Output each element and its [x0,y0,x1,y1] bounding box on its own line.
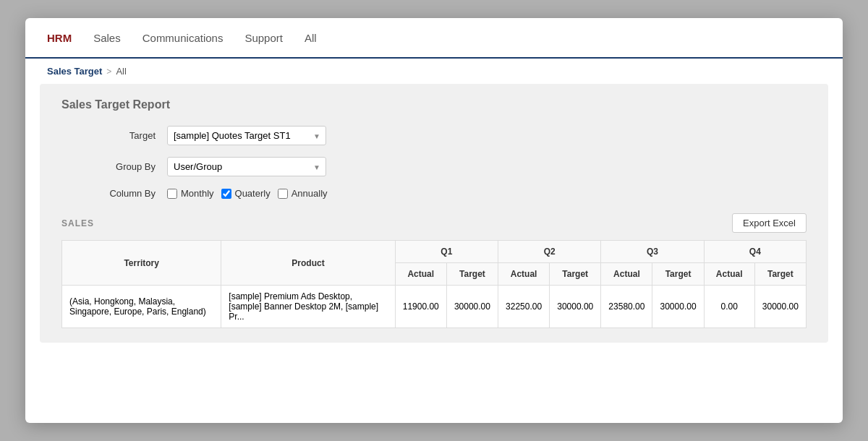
q3-target-cell: 30000.00 [652,286,704,328]
sales-header: SALES Export Excel [61,213,807,233]
q1-actual-header: Actual [395,263,446,286]
col-territory-header: Territory [62,241,221,286]
q4-actual-cell: 0.00 [704,286,754,328]
target-select-wrapper: [sample] Quotes Target ST1 ▼ [167,126,326,145]
sales-table: Territory Product Q1 Q2 Q3 Q4 Actual Tar… [61,240,807,328]
q4-target-header: Target [754,263,806,286]
q2-target-cell: 30000.00 [550,286,601,328]
breadcrumb-current: All [116,66,126,77]
breadcrumb-separator: > [106,67,111,77]
col-q1-header: Q1 [395,241,498,263]
annually-checkbox-label[interactable]: Annually [278,188,328,199]
nav-support[interactable]: Support [244,29,283,47]
q1-actual-cell: 11900.00 [395,286,446,328]
q3-target-header: Target [652,263,704,286]
col-q3-header: Q3 [601,241,704,263]
nav-hrm[interactable]: HRM [47,29,72,47]
quaterly-checkbox[interactable] [221,189,231,199]
column-by-field-group: Column By Monthly Quaterly Annually [61,188,807,199]
group-by-field-group: Group By User/Group ▼ [61,157,807,176]
main-content: Sales Target Report Target [sample] Quot… [40,84,828,343]
breadcrumb-link[interactable]: Sales Target [47,66,102,77]
nav-sales[interactable]: Sales [93,29,121,47]
table-row: (Asia, Hongkong, Malaysia, Singapore, Eu… [62,286,807,328]
nav-communications[interactable]: Communications [142,29,224,47]
nav-all[interactable]: All [305,29,317,47]
territory-cell: (Asia, Hongkong, Malaysia, Singapore, Eu… [62,286,221,328]
group-by-label: Group By [61,161,156,172]
target-select[interactable]: [sample] Quotes Target ST1 [167,126,326,145]
sales-section-label: SALES [61,218,94,228]
q2-target-header: Target [550,263,601,286]
annually-label: Annually [292,188,328,199]
column-by-checkboxes: Monthly Quaterly Annually [167,188,328,199]
q3-actual-cell: 23580.00 [601,286,652,328]
quaterly-label: Quaterly [235,188,271,199]
col-product-header: Product [221,241,395,286]
group-by-select[interactable]: User/Group [167,157,326,176]
target-field-group: Target [sample] Quotes Target ST1 ▼ [61,126,807,145]
monthly-label: Monthly [181,188,214,199]
product-cell: [sample] Premium Ads Desktop, [sample] B… [221,286,395,328]
table-header-row-1: Territory Product Q1 Q2 Q3 Q4 [62,241,807,263]
export-excel-button[interactable]: Export Excel [732,213,807,233]
annually-checkbox[interactable] [278,189,288,199]
q2-actual-header: Actual [498,263,550,286]
report-title: Sales Target Report [61,98,807,111]
breadcrumb: Sales Target > All [25,59,843,84]
q1-target-cell: 30000.00 [446,286,498,328]
monthly-checkbox-label[interactable]: Monthly [167,188,214,199]
q4-target-cell: 30000.00 [754,286,806,328]
monthly-checkbox[interactable] [167,189,177,199]
q1-target-header: Target [446,263,498,286]
q4-actual-header: Actual [704,263,754,286]
q2-actual-cell: 32250.00 [498,286,550,328]
quaterly-checkbox-label[interactable]: Quaterly [221,188,271,199]
col-q2-header: Q2 [498,241,601,263]
top-navigation: HRM Sales Communications Support All [25,18,843,59]
column-by-label: Column By [61,188,156,199]
col-q4-header: Q4 [704,241,806,263]
group-by-select-wrapper: User/Group ▼ [167,157,326,176]
main-window: HRM Sales Communications Support All Sal… [25,18,843,423]
target-label: Target [61,130,156,141]
q3-actual-header: Actual [601,263,652,286]
